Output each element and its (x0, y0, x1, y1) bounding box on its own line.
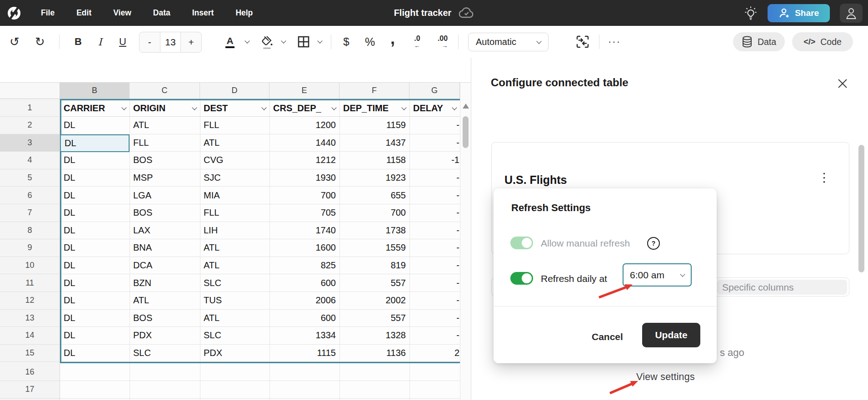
table-column-ORIGIN[interactable]: ORIGIN (130, 100, 200, 116)
bold-button[interactable]: B (69, 26, 87, 58)
data-panel-button[interactable]: Data (733, 32, 785, 51)
cell-G11[interactable]: - (409, 274, 460, 291)
menu-edit[interactable]: Edit (76, 8, 91, 18)
cell-B7[interactable]: DL (60, 204, 130, 222)
cell-D8[interactable]: LIH (200, 222, 269, 239)
cell-B13[interactable]: DL (60, 310, 130, 327)
cell-E9[interactable]: 1600 (269, 239, 339, 257)
cell-G7[interactable]: - (409, 204, 460, 222)
cell-E10[interactable]: 825 (269, 257, 339, 274)
decrease-decimals-button[interactable]: .0← (407, 26, 427, 58)
menu-data[interactable]: Data (153, 8, 170, 18)
cell-C2[interactable]: ATL (130, 117, 200, 134)
lightbulb-icon[interactable] (744, 6, 758, 20)
cell-F4[interactable]: 1158 (339, 152, 409, 169)
column-header-B[interactable]: B (60, 83, 130, 99)
cell-B5[interactable]: DL (60, 169, 130, 187)
currency-format-button[interactable]: $ (338, 26, 354, 58)
refresh-daily-toggle[interactable] (510, 272, 533, 285)
empty-row[interactable] (60, 363, 460, 381)
row-header-8[interactable]: 8 (0, 222, 60, 240)
specific-columns-option[interactable]: Specific columns (717, 280, 847, 295)
view-settings-button[interactable]: View settings (636, 371, 695, 383)
cell-D13[interactable]: ATL (200, 310, 269, 327)
fill-color-icon[interactable] (258, 26, 276, 58)
cell-E5[interactable]: 1930 (269, 169, 339, 187)
share-button[interactable]: Share (768, 4, 830, 22)
borders-icon[interactable] (294, 26, 313, 58)
cell-D9[interactable]: ATL (200, 239, 269, 257)
cell-F12[interactable]: 2002 (339, 292, 409, 309)
grid-vertical-scrollbar[interactable] (460, 83, 471, 400)
cell-B11[interactable]: DL (60, 274, 130, 291)
row-header-11[interactable]: 11 (0, 274, 60, 292)
cell-E4[interactable]: 1212 (269, 152, 339, 169)
update-button[interactable]: Update (642, 323, 700, 347)
row-header-4[interactable]: 4 (0, 152, 60, 169)
font-size-decrease-button[interactable]: - (140, 32, 160, 52)
text-color-dropdown[interactable] (242, 26, 253, 58)
cell-D14[interactable]: SLC (200, 327, 269, 344)
row-header-7[interactable]: 7 (0, 204, 60, 222)
cell-C6[interactable]: LGA (130, 187, 200, 204)
cell-B9[interactable]: DL (60, 239, 130, 257)
row-header-12[interactable]: 12 (0, 292, 60, 310)
quadratic-logo[interactable] (6, 5, 22, 21)
cell-G3[interactable]: - (409, 134, 460, 152)
menu-file[interactable]: File (41, 8, 55, 18)
panel-scrollbar-thumb[interactable] (858, 145, 864, 272)
undo-button[interactable]: ↺ (6, 26, 23, 58)
cell-G6[interactable]: - (409, 187, 460, 204)
table-column-DELAY[interactable]: DELAY (409, 100, 460, 116)
row-header-6[interactable]: 6 (0, 187, 60, 204)
cell-C10[interactable]: DCA (130, 257, 200, 274)
cell-D3[interactable]: ATL (200, 134, 269, 152)
close-icon[interactable] (836, 77, 849, 90)
refresh-time-dropdown[interactable]: 6:00 am (623, 263, 692, 286)
cell-D10[interactable]: ATL (200, 257, 269, 274)
table-column-DEST[interactable]: DEST (200, 100, 269, 116)
cell-F5[interactable]: 1923 (339, 169, 409, 187)
cell-F9[interactable]: 1559 (339, 239, 409, 257)
borders-dropdown[interactable] (314, 26, 325, 58)
column-header-E[interactable]: E (269, 83, 339, 99)
cell-B4[interactable]: DL (60, 152, 130, 169)
cell-G8[interactable]: - (409, 222, 460, 239)
percent-format-button[interactable]: % (361, 26, 379, 58)
row-header-15[interactable]: 15 (0, 345, 60, 362)
column-header-F[interactable]: F (339, 83, 409, 99)
cell-F2[interactable]: 1159 (339, 117, 409, 134)
cell-D15[interactable]: PDX (200, 345, 269, 362)
cell-C11[interactable]: BZN (130, 274, 200, 291)
cell-E3[interactable]: 1440 (269, 134, 339, 152)
cell-D2[interactable]: FLL (200, 117, 269, 134)
row-header-9[interactable]: 9 (0, 239, 60, 257)
cell-E15[interactable]: 1115 (269, 345, 339, 362)
selected-cell-B3[interactable]: DL (60, 134, 130, 152)
cell-B15[interactable]: DL (60, 345, 130, 362)
cell-B10[interactable]: DL (60, 257, 130, 274)
cancel-button[interactable]: Cancel (586, 328, 629, 346)
text-color-button[interactable]: A (222, 26, 238, 58)
cell-G14[interactable]: - (409, 327, 460, 344)
cell-G5[interactable]: - (409, 169, 460, 187)
cell-G2[interactable]: - (409, 117, 460, 134)
cell-C15[interactable]: SLC (130, 345, 200, 362)
row-header-10[interactable]: 10 (0, 257, 60, 275)
allow-manual-refresh-toggle[interactable] (510, 237, 533, 249)
number-format-select[interactable]: Automatic (468, 33, 549, 51)
cell-F13[interactable]: 557 (339, 310, 409, 327)
help-circle-icon[interactable]: ? (647, 237, 660, 250)
row-header-17[interactable]: 17 (0, 381, 60, 399)
cell-F6[interactable]: 655 (339, 187, 409, 204)
menu-insert[interactable]: Insert (192, 8, 214, 18)
cell-F7[interactable]: 700 (339, 204, 409, 222)
cell-D5[interactable]: SJC (200, 169, 269, 187)
kebab-menu-icon[interactable]: ⋮ (818, 172, 830, 184)
cell-D7[interactable]: FLL (200, 204, 269, 222)
row-header-16[interactable]: 16 (0, 363, 60, 381)
cell-D12[interactable]: TUS (200, 292, 269, 309)
cell-E14[interactable]: 1334 (269, 327, 339, 344)
empty-row[interactable] (60, 381, 460, 399)
cell-C3[interactable]: FLL (130, 134, 200, 152)
